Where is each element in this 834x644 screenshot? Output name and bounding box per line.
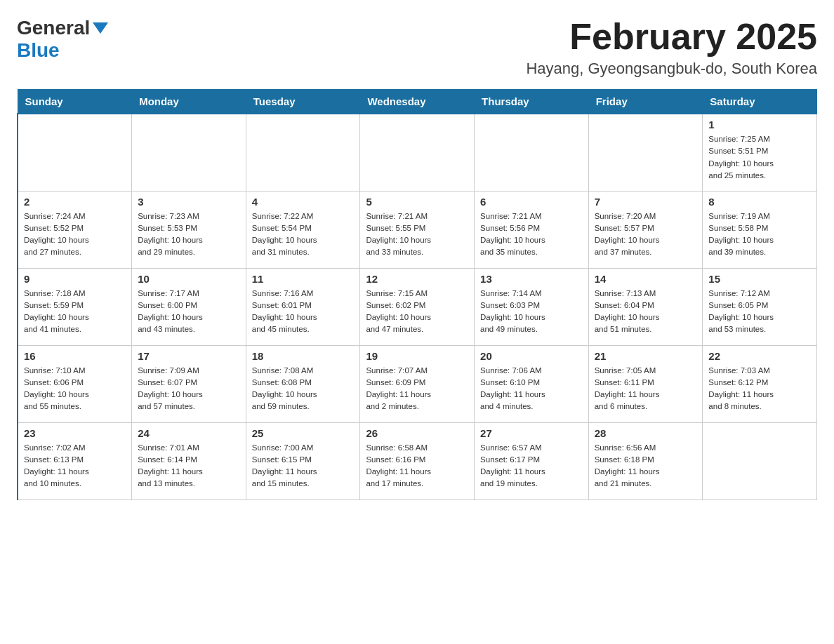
calendar-cell: 2Sunrise: 7:24 AM Sunset: 5:52 PM Daylig… (18, 191, 132, 268)
calendar-cell: 23Sunrise: 7:02 AM Sunset: 6:13 PM Dayli… (18, 422, 132, 499)
day-info: Sunrise: 7:06 AM Sunset: 6:10 PM Dayligh… (480, 365, 583, 413)
calendar-cell (703, 422, 817, 499)
day-number: 9 (24, 273, 126, 285)
weekday-header-monday: Monday (132, 90, 246, 114)
day-number: 15 (708, 273, 811, 285)
day-number: 16 (24, 350, 126, 362)
calendar-table: SundayMondayTuesdayWednesdayThursdayFrid… (17, 89, 817, 500)
weekday-header-row: SundayMondayTuesdayWednesdayThursdayFrid… (18, 90, 817, 114)
calendar-subtitle: Hayang, Gyeongsangbuk-do, South Korea (526, 60, 817, 78)
day-number: 11 (252, 273, 355, 285)
day-number: 21 (595, 350, 697, 362)
calendar-week-2: 2Sunrise: 7:24 AM Sunset: 5:52 PM Daylig… (18, 191, 817, 268)
day-number: 4 (252, 196, 355, 208)
calendar-week-4: 16Sunrise: 7:10 AM Sunset: 6:06 PM Dayli… (18, 345, 817, 422)
day-number: 14 (595, 273, 697, 285)
calendar-cell: 27Sunrise: 6:57 AM Sunset: 6:17 PM Dayli… (475, 422, 589, 499)
calendar-cell: 16Sunrise: 7:10 AM Sunset: 6:06 PM Dayli… (18, 345, 132, 422)
day-number: 25 (252, 427, 355, 439)
calendar-cell: 28Sunrise: 6:56 AM Sunset: 6:18 PM Dayli… (588, 422, 703, 499)
day-info: Sunrise: 7:07 AM Sunset: 6:09 PM Dayligh… (366, 365, 468, 413)
day-info: Sunrise: 7:14 AM Sunset: 6:03 PM Dayligh… (480, 288, 583, 336)
calendar-cell (588, 114, 703, 191)
day-number: 28 (595, 427, 697, 439)
day-info: Sunrise: 7:13 AM Sunset: 6:04 PM Dayligh… (595, 288, 697, 336)
day-number: 23 (24, 427, 126, 439)
calendar-cell (18, 114, 132, 191)
calendar-week-3: 9Sunrise: 7:18 AM Sunset: 5:59 PM Daylig… (18, 268, 817, 345)
day-info: Sunrise: 7:05 AM Sunset: 6:11 PM Dayligh… (595, 365, 697, 413)
calendar-cell: 22Sunrise: 7:03 AM Sunset: 6:12 PM Dayli… (703, 345, 817, 422)
calendar-cell: 26Sunrise: 6:58 AM Sunset: 6:16 PM Dayli… (360, 422, 475, 499)
day-number: 1 (708, 119, 811, 130)
logo-general-text: General (17, 17, 90, 39)
day-number: 20 (480, 350, 583, 362)
day-info: Sunrise: 7:19 AM Sunset: 5:58 PM Dayligh… (708, 210, 811, 259)
day-number: 24 (138, 427, 240, 439)
calendar-week-1: 1Sunrise: 7:25 AM Sunset: 5:51 PM Daylig… (18, 114, 817, 191)
day-number: 26 (366, 427, 468, 439)
day-info: Sunrise: 7:18 AM Sunset: 5:59 PM Dayligh… (24, 288, 126, 336)
calendar-cell (360, 114, 475, 191)
day-number: 10 (138, 273, 240, 285)
day-info: Sunrise: 7:15 AM Sunset: 6:02 PM Dayligh… (366, 288, 468, 336)
day-info: Sunrise: 7:09 AM Sunset: 6:07 PM Dayligh… (138, 365, 240, 413)
day-info: Sunrise: 7:08 AM Sunset: 6:08 PM Dayligh… (252, 365, 355, 413)
day-number: 12 (366, 273, 468, 285)
calendar-cell: 14Sunrise: 7:13 AM Sunset: 6:04 PM Dayli… (588, 268, 703, 345)
day-number: 18 (252, 350, 355, 362)
day-number: 27 (480, 427, 583, 439)
day-info: Sunrise: 7:20 AM Sunset: 5:57 PM Dayligh… (595, 210, 697, 259)
weekday-header-tuesday: Tuesday (246, 90, 360, 114)
svg-marker-0 (93, 22, 108, 34)
calendar-cell (475, 114, 589, 191)
day-number: 5 (366, 196, 468, 208)
calendar-cell: 8Sunrise: 7:19 AM Sunset: 5:58 PM Daylig… (703, 191, 817, 268)
day-number: 2 (24, 196, 126, 208)
calendar-cell: 7Sunrise: 7:20 AM Sunset: 5:57 PM Daylig… (588, 191, 703, 268)
calendar-cell: 11Sunrise: 7:16 AM Sunset: 6:01 PM Dayli… (246, 268, 360, 345)
calendar-cell: 10Sunrise: 7:17 AM Sunset: 6:00 PM Dayli… (132, 268, 246, 345)
calendar-body: 1Sunrise: 7:25 AM Sunset: 5:51 PM Daylig… (18, 114, 817, 499)
day-info: Sunrise: 7:24 AM Sunset: 5:52 PM Dayligh… (24, 210, 126, 259)
calendar-cell: 12Sunrise: 7:15 AM Sunset: 6:02 PM Dayli… (360, 268, 475, 345)
calendar-cell: 24Sunrise: 7:01 AM Sunset: 6:14 PM Dayli… (132, 422, 246, 499)
calendar-cell: 20Sunrise: 7:06 AM Sunset: 6:10 PM Dayli… (475, 345, 589, 422)
day-info: Sunrise: 7:23 AM Sunset: 5:53 PM Dayligh… (138, 210, 240, 259)
day-info: Sunrise: 6:56 AM Sunset: 6:18 PM Dayligh… (595, 442, 697, 490)
day-info: Sunrise: 7:10 AM Sunset: 6:06 PM Dayligh… (24, 365, 126, 413)
calendar-cell: 19Sunrise: 7:07 AM Sunset: 6:09 PM Dayli… (360, 345, 475, 422)
calendar-cell: 5Sunrise: 7:21 AM Sunset: 5:55 PM Daylig… (360, 191, 475, 268)
calendar-title: February 2025 (526, 17, 817, 57)
calendar-cell: 3Sunrise: 7:23 AM Sunset: 5:53 PM Daylig… (132, 191, 246, 268)
calendar-week-5: 23Sunrise: 7:02 AM Sunset: 6:13 PM Dayli… (18, 422, 817, 499)
calendar-cell: 21Sunrise: 7:05 AM Sunset: 6:11 PM Dayli… (588, 345, 703, 422)
day-info: Sunrise: 7:16 AM Sunset: 6:01 PM Dayligh… (252, 288, 355, 336)
calendar-cell: 6Sunrise: 7:21 AM Sunset: 5:56 PM Daylig… (475, 191, 589, 268)
day-info: Sunrise: 7:17 AM Sunset: 6:00 PM Dayligh… (138, 288, 240, 336)
calendar-cell: 15Sunrise: 7:12 AM Sunset: 6:05 PM Dayli… (703, 268, 817, 345)
logo-blue-text: Blue (17, 39, 60, 61)
calendar-cell: 13Sunrise: 7:14 AM Sunset: 6:03 PM Dayli… (475, 268, 589, 345)
day-number: 19 (366, 350, 468, 362)
day-info: Sunrise: 7:21 AM Sunset: 5:55 PM Dayligh… (366, 210, 468, 259)
weekday-header-wednesday: Wednesday (360, 90, 475, 114)
weekday-header-saturday: Saturday (703, 90, 817, 114)
calendar-cell: 1Sunrise: 7:25 AM Sunset: 5:51 PM Daylig… (703, 114, 817, 191)
day-number: 13 (480, 273, 583, 285)
day-info: Sunrise: 7:00 AM Sunset: 6:15 PM Dayligh… (252, 442, 355, 490)
calendar-cell (246, 114, 360, 191)
weekday-header-sunday: Sunday (18, 90, 132, 114)
title-block: February 2025 Hayang, Gyeongsangbuk-do, … (526, 17, 817, 78)
calendar-cell (132, 114, 246, 191)
weekday-header-thursday: Thursday (475, 90, 589, 114)
calendar-cell: 4Sunrise: 7:22 AM Sunset: 5:54 PM Daylig… (246, 191, 360, 268)
day-number: 3 (138, 196, 240, 208)
day-info: Sunrise: 7:22 AM Sunset: 5:54 PM Dayligh… (252, 210, 355, 259)
logo-triangle-icon (93, 22, 108, 34)
day-info: Sunrise: 7:25 AM Sunset: 5:51 PM Dayligh… (708, 133, 811, 182)
logo: General Blue (17, 17, 108, 62)
calendar-cell: 9Sunrise: 7:18 AM Sunset: 5:59 PM Daylig… (18, 268, 132, 345)
weekday-header-friday: Friday (588, 90, 703, 114)
day-number: 8 (708, 196, 811, 208)
